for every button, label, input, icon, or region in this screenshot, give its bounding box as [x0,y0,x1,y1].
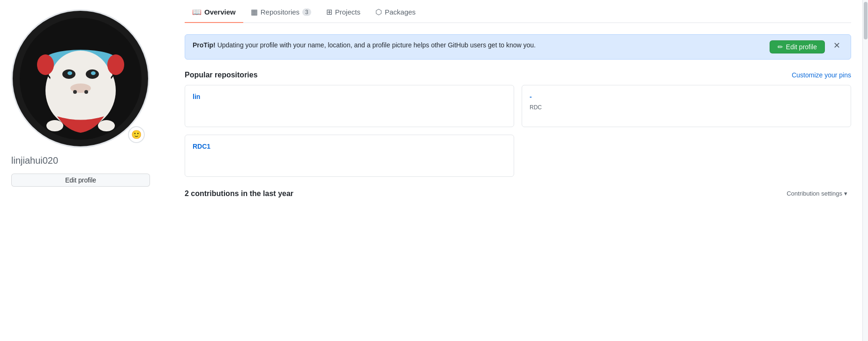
svg-point-14 [46,120,63,131]
chevron-down-icon: ▾ [844,190,847,197]
svg-point-12 [37,54,54,75]
tab-overview[interactable]: 📖 Overview [185,4,243,23]
repo-card-rdc1[interactable]: RDC1 [185,135,514,177]
close-banner-button[interactable]: ✕ [831,40,843,51]
packages-icon: ⬡ [375,8,382,16]
repo-grid-row2: RDC1 [185,135,851,177]
scrollbar-thumb[interactable] [864,2,868,39]
sidebar: 🙂 linjiahui020 Edit profile [0,0,173,341]
repo-link-rdc1[interactable]: RDC1 [193,143,210,150]
svg-point-8 [91,71,96,75]
protip-text: ProTip! Updating your profile with your … [193,40,762,50]
repositories-badge: 3 [302,8,311,16]
repo-grid-placeholder [522,135,851,177]
svg-point-6 [67,71,72,75]
avatar-wrapper: 🙂 [11,9,150,148]
edit-profile-banner-button[interactable]: ✏ Edit profile [770,40,825,53]
contribution-settings-button[interactable]: Contribution settings ▾ [783,188,851,199]
svg-point-10 [73,90,77,94]
page-layout: 🙂 linjiahui020 Edit profile 📖 Overview ▦… [0,0,868,341]
repo-grid-row1: lin - RDC [185,85,851,127]
tab-repositories[interactable]: ▦ Repositories 3 [243,4,319,23]
avatar-edit-icon[interactable]: 🙂 [128,126,145,143]
tabs-bar: 📖 Overview ▦ Repositories 3 ⊞ Projects ⬡… [185,0,851,23]
scrollbar-area [862,0,868,341]
contributions-count: 2 contributions in the last year [185,189,293,198]
svg-point-11 [84,90,88,94]
projects-icon: ⊞ [326,8,332,16]
svg-point-13 [107,54,124,75]
repo-desc-dash: RDC [530,104,843,111]
svg-point-4 [50,51,111,112]
repo-card-dash[interactable]: - RDC [522,85,851,127]
popular-repos-title: Popular repositories [185,71,258,79]
avatar [11,9,150,148]
repositories-icon: ▦ [251,8,258,16]
popular-repos-header: Popular repositories Customize your pins [185,71,851,79]
contributions-footer: 2 contributions in the last year Contrib… [185,188,851,199]
svg-point-15 [98,120,115,131]
repo-link-dash[interactable]: - [530,93,532,100]
customize-pins-link[interactable]: Customize your pins [792,71,851,79]
overview-icon: 📖 [192,8,202,16]
protip-label: ProTip! [193,41,216,49]
protip-body: Updating your profile with your name, lo… [216,41,536,49]
tab-projects[interactable]: ⊞ Projects [319,4,368,23]
repo-link-lin[interactable]: lin [193,93,200,100]
edit-profile-btn-label: Edit profile [786,43,817,51]
username: linjiahui020 [11,155,162,166]
contribution-settings-label: Contribution settings [786,190,842,197]
protip-actions: ✏ Edit profile ✕ [770,40,843,53]
pencil-icon: ✏ [778,43,783,51]
protip-banner: ProTip! Updating your profile with your … [185,34,851,60]
tab-packages[interactable]: ⬡ Packages [368,4,423,23]
edit-profile-sidebar-button[interactable]: Edit profile [11,174,150,187]
main-content: 📖 Overview ▦ Repositories 3 ⊞ Projects ⬡… [173,0,862,341]
repo-card-lin[interactable]: lin [185,85,514,127]
